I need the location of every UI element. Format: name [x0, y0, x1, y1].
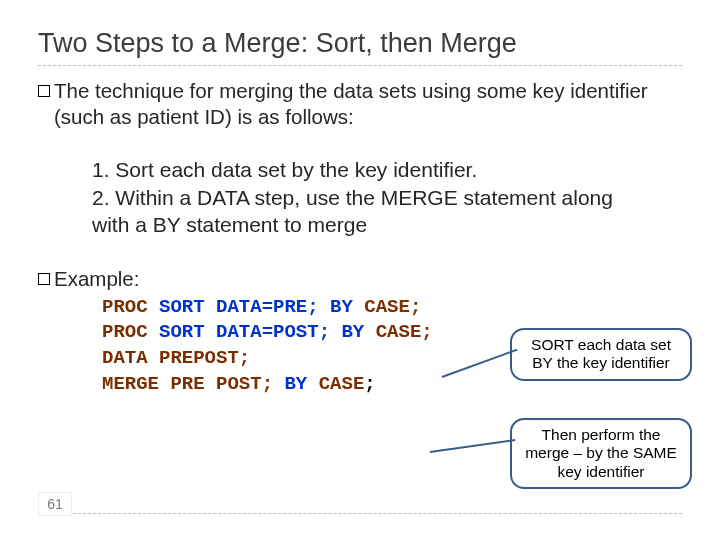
- title-divider: [38, 65, 682, 66]
- code-token: SORT: [159, 296, 205, 318]
- code-token: BY: [341, 321, 364, 343]
- page-number: 61: [38, 492, 72, 516]
- code-token: SORT: [159, 321, 205, 343]
- code-token: CASE;: [364, 296, 421, 318]
- code-token: PRE POST;: [170, 373, 273, 395]
- code-token: DATA=PRE;: [216, 296, 319, 318]
- example-label: Example:: [54, 266, 139, 292]
- code-token: DATA=POST;: [216, 321, 330, 343]
- code-token: BY: [284, 373, 307, 395]
- example-bullet: Example:: [38, 266, 682, 292]
- code-token: CASE: [319, 373, 365, 395]
- steps-list: 1. Sort each data set by the key identif…: [92, 156, 652, 238]
- square-bullet-icon: [38, 85, 50, 97]
- code-token: PROC: [102, 321, 148, 343]
- slide: Two Steps to a Merge: Sort, then Merge T…: [0, 0, 720, 540]
- callout-merge: Then perform the merge – by the SAME key…: [510, 418, 692, 489]
- code-token: BY: [330, 296, 353, 318]
- square-bullet-icon: [38, 273, 50, 285]
- callout-sort: SORT each data set BY the key identifier: [510, 328, 692, 381]
- footer-divider: [38, 513, 682, 514]
- code-token: DATA: [102, 347, 148, 369]
- intro-bullet: The technique for merging the data sets …: [38, 78, 682, 130]
- code-token: MERGE: [102, 373, 159, 395]
- slide-title: Two Steps to a Merge: Sort, then Merge: [38, 28, 682, 59]
- slide-footer: 61: [0, 513, 720, 518]
- connector-line: [430, 439, 515, 453]
- code-token: CASE;: [376, 321, 433, 343]
- code-token: PREPOST;: [159, 347, 250, 369]
- code-token: ;: [364, 373, 375, 395]
- code-token: PROC: [102, 296, 148, 318]
- intro-text: The technique for merging the data sets …: [54, 78, 682, 130]
